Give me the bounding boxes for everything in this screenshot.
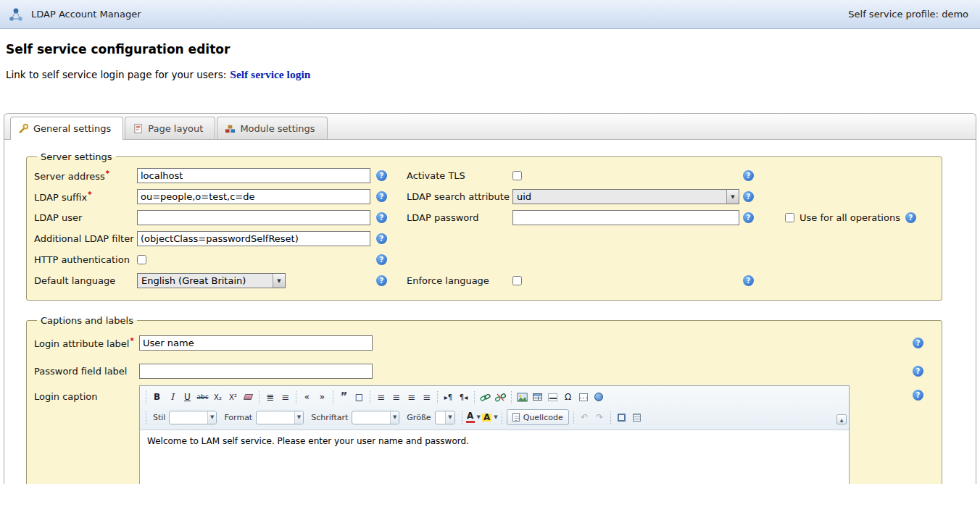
self-service-login-link[interactable]: Self service login (230, 68, 310, 80)
default-language-label: Default language (34, 275, 137, 286)
profile-label: Self service profile: demo (848, 9, 968, 20)
chevron-down-icon: ▼ (294, 411, 303, 424)
tab-general-settings[interactable]: General settings (10, 117, 123, 140)
help-icon[interactable]: ? (376, 254, 387, 265)
style-combo[interactable]: Stil ▼ (153, 411, 217, 424)
toolbar-separator (610, 411, 611, 424)
text-direction-ltr-button[interactable]: ▸¶ (441, 390, 455, 404)
password-field-input[interactable] (139, 364, 373, 379)
subscript-button[interactable]: X₂ (211, 390, 225, 404)
background-color-button[interactable]: A ▼ (482, 411, 498, 424)
form-row: Login caption B I U abc X₂ X² (34, 385, 934, 484)
tab-label: Page layout (148, 123, 203, 134)
text-direction-rtl-button[interactable]: ¶◂ (457, 390, 470, 404)
align-center-button[interactable]: ≡ (389, 390, 403, 404)
editor-content-area[interactable]: Welcome to LAM self service. Please ente… (140, 430, 849, 484)
indent-button[interactable]: » (315, 390, 329, 404)
enforce-language-checkbox[interactable] (512, 276, 522, 285)
ldap-search-attribute-select[interactable]: uid ▼ (512, 189, 739, 204)
div-container-button[interactable]: □ (352, 390, 366, 404)
table-button[interactable] (531, 390, 544, 404)
superscript-button[interactable]: X² (226, 390, 240, 404)
help-icon[interactable]: ? (376, 275, 387, 286)
redo-button[interactable]: ↷ (593, 411, 607, 424)
underline-button[interactable]: U (180, 390, 194, 404)
use-all-operations-label: Use for all operations (800, 212, 900, 223)
text-color-button[interactable]: A ▼ (466, 411, 481, 424)
font-size-combo[interactable]: Größe ▼ (407, 411, 454, 424)
help-icon[interactable]: ? (913, 366, 923, 377)
ldap-user-input[interactable] (137, 210, 370, 225)
help-icon[interactable]: ? (743, 170, 754, 181)
numbered-list-button[interactable]: ≣ (263, 390, 277, 404)
help-icon[interactable]: ? (376, 233, 387, 244)
special-character-button[interactable]: Ω (561, 390, 575, 404)
server-settings-fieldset: Server settings Server address* ? Activa… (26, 151, 942, 301)
ldap-suffix-label: LDAP suffix* (34, 190, 137, 203)
align-left-button[interactable]: ≡ (374, 390, 388, 404)
superscript-icon: X² (229, 393, 237, 401)
remove-format-button[interactable] (241, 390, 255, 404)
format-combo[interactable]: Format ▼ (224, 411, 304, 424)
toolbar-collapse-button[interactable]: ▲ (836, 414, 847, 424)
tab-label: Module settings (240, 123, 315, 134)
ldap-password-input[interactable] (512, 210, 739, 225)
horizontal-rule-button[interactable] (546, 390, 560, 404)
page-break-button[interactable] (576, 390, 590, 404)
bulleted-list-button[interactable]: ≡ (278, 390, 292, 404)
use-all-operations-checkbox[interactable] (785, 213, 794, 222)
globe-icon (594, 393, 603, 401)
ldap-suffix-input[interactable] (137, 189, 370, 204)
italic-button[interactable]: I (165, 390, 179, 404)
outdent-button[interactable]: « (300, 390, 314, 404)
iframe-button[interactable] (591, 390, 605, 404)
align-right-button[interactable]: ≡ (404, 390, 418, 404)
help-icon[interactable]: ? (743, 191, 754, 202)
login-caption-label: Login caption (34, 391, 139, 402)
show-blocks-button[interactable] (630, 411, 644, 424)
page-icon (133, 123, 144, 134)
server-address-input[interactable] (137, 168, 370, 183)
help-icon[interactable]: ? (913, 390, 923, 401)
additional-filter-input[interactable] (137, 231, 370, 246)
link-button[interactable] (478, 390, 492, 404)
modules-icon (225, 123, 236, 134)
tab-module-settings[interactable]: Module settings (217, 117, 327, 139)
maximize-button[interactable] (615, 411, 628, 424)
form-row: Additional LDAP filter ? (34, 228, 934, 249)
unlink-icon (495, 393, 506, 402)
background-color-icon: A (482, 414, 491, 422)
strikethrough-button[interactable]: abc (196, 390, 209, 404)
help-icon[interactable]: ? (376, 191, 387, 202)
toolbar-separator (502, 411, 502, 424)
default-language-select[interactable]: English (Great Britain) ▼ (137, 273, 286, 288)
help-icon[interactable]: ? (376, 212, 387, 223)
http-auth-checkbox[interactable] (137, 255, 146, 264)
div-container-icon: □ (355, 392, 363, 402)
maximize-icon (618, 414, 626, 422)
help-icon[interactable]: ? (905, 212, 916, 223)
bold-button[interactable]: B (150, 390, 164, 404)
undo-button[interactable]: ↶ (578, 411, 591, 424)
login-attribute-input[interactable] (139, 335, 373, 351)
image-button[interactable] (515, 390, 529, 404)
toolbar-separator (462, 411, 462, 424)
eraser-icon (244, 394, 254, 400)
toolbar-separator (474, 391, 475, 403)
blockquote-icon: ” (341, 393, 348, 401)
chevron-down-icon: ▼ (726, 190, 739, 204)
chevron-down-icon: ▼ (273, 274, 285, 288)
help-icon[interactable]: ? (376, 170, 387, 181)
help-icon[interactable]: ? (743, 212, 754, 223)
login-link-line: Link to self service login page for your… (6, 68, 980, 81)
outdent-icon: « (304, 392, 310, 402)
tab-page-layout[interactable]: Page layout (125, 117, 215, 139)
blockquote-button[interactable]: ” (337, 390, 351, 404)
help-icon[interactable]: ? (913, 338, 923, 348)
align-justify-button[interactable]: ≡ (420, 390, 433, 404)
activate-tls-checkbox[interactable] (512, 171, 522, 180)
help-icon[interactable]: ? (743, 275, 754, 286)
font-combo[interactable]: Schriftart ▼ (311, 411, 399, 424)
unlink-button[interactable] (494, 390, 507, 404)
source-button[interactable]: Quellcode (507, 409, 569, 425)
